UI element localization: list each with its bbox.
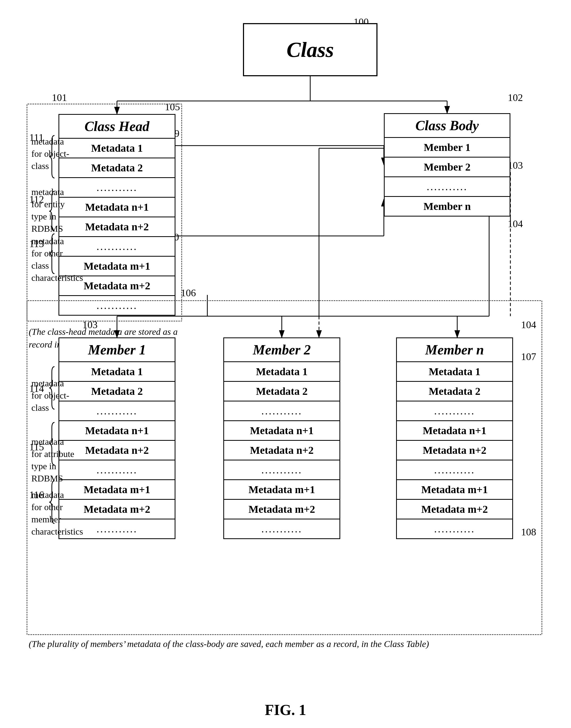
ch-dots-1: ........... — [59, 177, 176, 197]
membern-box: Member n Metadata 1 Metadata 2 .........… — [396, 337, 513, 539]
cb-member1: Member 1 — [384, 137, 510, 157]
mn-dots-3: ........... — [396, 519, 513, 539]
m2-meta-n2: Metadata n+2 — [223, 440, 340, 460]
mn-meta-1: Metadata 1 — [396, 361, 513, 381]
cb-membern: Member n — [384, 196, 510, 216]
m1-meta-2: Metadata 2 — [59, 381, 176, 401]
cb-member2: Member 2 — [384, 157, 510, 176]
class-body-box: Class Body Member 1 Member 2 ...........… — [384, 113, 510, 216]
cb-dots: ........... — [384, 176, 510, 196]
m2-meta-1: Metadata 1 — [223, 361, 340, 381]
m2-meta-n1: Metadata n+1 — [223, 420, 340, 440]
figure-label: FIG. 1 — [265, 701, 306, 718]
ref-102: 102 — [508, 92, 523, 103]
ref-106: 106 — [181, 287, 196, 299]
class-box: Class — [243, 23, 377, 76]
ch-meta-n2: Metadata n+2 — [59, 216, 176, 236]
mn-meta-m2: Metadata m+2 — [396, 499, 513, 519]
m2-dots-2: ........... — [223, 460, 340, 479]
m2-meta-m1: Metadata m+1 — [223, 479, 340, 499]
class-label: Class — [287, 38, 334, 62]
mn-meta-n1: Metadata n+1 — [396, 420, 513, 440]
m2-meta-m2: Metadata m+2 — [223, 499, 340, 519]
member1-title: Member 1 — [59, 337, 176, 361]
mn-dots-2: ........... — [396, 460, 513, 479]
ch-meta-n1: Metadata n+1 — [59, 197, 176, 216]
ch-meta-2: Metadata 2 — [59, 158, 176, 177]
ref-101: 101 — [52, 92, 67, 103]
member2-box: Member 2 Metadata 1 Metadata 2 .........… — [223, 337, 340, 539]
ann-111: metadata for object-class — [31, 136, 71, 172]
m2-meta-2: Metadata 2 — [223, 381, 340, 401]
m2-dots-3: ........... — [223, 519, 340, 539]
m1-dots-1: ........... — [59, 401, 176, 420]
ann-112: metadata for entity type in RDBMS — [31, 186, 74, 235]
class-body-title: Class Body — [384, 113, 510, 137]
mn-meta-n2: Metadata n+2 — [396, 440, 513, 460]
mn-meta-2: Metadata 2 — [396, 381, 513, 401]
ch-meta-1: Metadata 1 — [59, 138, 176, 158]
m2-dots-1: ........... — [223, 401, 340, 420]
membern-title: Member n — [396, 337, 513, 361]
bottom-note: (The plurality of members’ metadata of t… — [29, 638, 539, 650]
mn-dots-1: ........... — [396, 401, 513, 420]
member2-title: Member 2 — [223, 337, 340, 361]
class-head-title: Class Head — [59, 114, 176, 138]
ref-104-top: 104 — [508, 218, 523, 230]
diagram: 100 101 102 105 109 110 106 111 112 113 … — [0, 0, 571, 728]
ann-116: metadata for other member characteristic… — [31, 489, 77, 538]
ann-114: metadata for object-class — [31, 377, 74, 414]
m1-meta-1: Metadata 1 — [59, 361, 176, 381]
class-head-box: Class Head Metadata 1 Metadata 2 .......… — [59, 114, 176, 316]
mn-meta-m1: Metadata m+1 — [396, 479, 513, 499]
ann-113: metadata for other class characteristics — [31, 235, 77, 284]
ann-115: metadata for attribute type in RDBMS — [31, 436, 77, 485]
